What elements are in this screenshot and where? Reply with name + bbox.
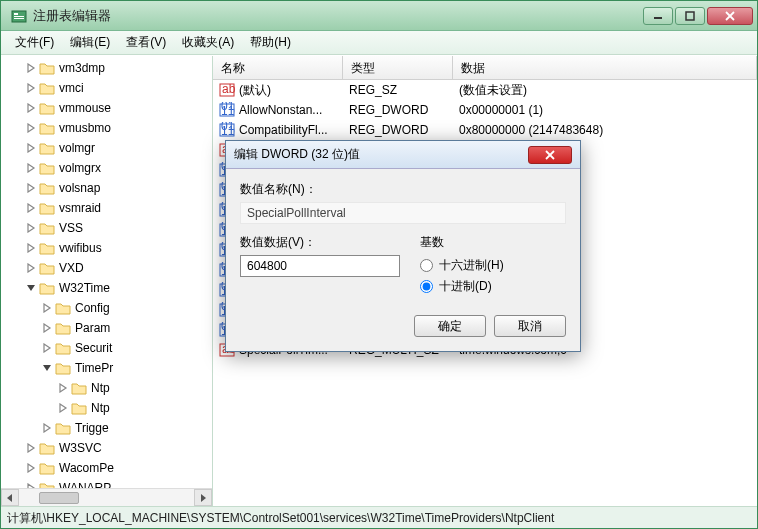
svg-marker-23 [43,365,51,371]
cell-data: 0x80000000 (2147483648) [453,121,757,139]
svg-rect-3 [14,18,24,19]
tree-item[interactable]: vmmouse [1,98,212,118]
titlebar[interactable]: 注册表编辑器 [1,1,757,31]
dialog-titlebar[interactable]: 编辑 DWORD (32 位)值 [226,141,580,169]
tree-item-label: Trigge [75,421,109,435]
menu-view[interactable]: 查看(V) [118,31,174,54]
col-type[interactable]: 类型 [343,56,453,79]
expander-icon[interactable] [25,142,37,154]
ok-button[interactable]: 确定 [414,315,486,337]
scroll-track[interactable] [19,489,194,506]
expander-icon[interactable] [57,382,69,394]
scroll-left-button[interactable] [1,489,19,506]
dialog-close-button[interactable] [528,146,572,164]
menu-help[interactable]: 帮助(H) [242,31,299,54]
col-data[interactable]: 数据 [453,56,757,79]
list-row[interactable]: 011110AllowNonstan...REG_DWORD0x00000001… [213,100,757,120]
expander-icon[interactable] [25,82,37,94]
radix-hex-radio[interactable] [420,259,433,272]
tree-item[interactable]: volmgrx [1,158,212,178]
expander-icon[interactable] [25,102,37,114]
radix-dec-option[interactable]: 十进制(D) [420,278,504,295]
menubar: 文件(F) 编辑(E) 查看(V) 收藏夹(A) 帮助(H) [1,31,757,55]
radix-dec-radio[interactable] [420,280,433,293]
svg-marker-25 [60,404,66,412]
tree-item[interactable]: volmgr [1,138,212,158]
svg-text:110: 110 [221,104,235,118]
tree-item[interactable]: vm3dmp [1,58,212,78]
tree-item[interactable]: Config [1,298,212,318]
registry-tree[interactable]: vm3dmpvmcivmmousevmusbmovolmgrvolmgrxvol… [1,56,212,488]
cell-name: ab(默认) [213,80,343,101]
menu-favorites[interactable]: 收藏夹(A) [174,31,242,54]
scroll-thumb[interactable] [39,492,79,504]
value-name-field: SpecialPollInterval [240,202,566,224]
tree-item[interactable]: WacomPe [1,458,212,478]
list-row[interactable]: 011110CompatibilityFl...REG_DWORD0x80000… [213,120,757,140]
expander-icon[interactable] [25,442,37,454]
tree-item[interactable]: W3SVC [1,438,212,458]
close-button[interactable] [707,7,753,25]
expander-icon[interactable] [25,282,37,294]
menu-file[interactable]: 文件(F) [7,31,62,54]
expander-icon[interactable] [41,322,53,334]
list-row[interactable]: ab(默认)REG_SZ(数值未设置) [213,80,757,100]
svg-marker-13 [28,164,34,172]
expander-icon[interactable] [25,122,37,134]
radix-hex-option[interactable]: 十六进制(H) [420,257,504,274]
tree-item[interactable]: WANARP [1,478,212,488]
tree-item-label: W32Time [59,281,110,295]
expander-icon[interactable] [25,162,37,174]
svg-rect-5 [686,12,694,20]
tree-item[interactable]: VXD [1,258,212,278]
expander-icon[interactable] [25,62,37,74]
window-title: 注册表编辑器 [33,7,643,25]
expander-icon[interactable] [41,302,53,314]
tree-item[interactable]: volsnap [1,178,212,198]
expander-icon[interactable] [25,202,37,214]
expander-icon[interactable] [41,422,53,434]
expander-icon[interactable] [25,482,37,488]
tree-item-label: Ntp [91,401,110,415]
tree-item[interactable]: W32Time [1,278,212,298]
col-name[interactable]: 名称 [213,56,343,79]
scroll-right-button[interactable] [194,489,212,506]
tree-item-label: vmusbmo [59,121,111,135]
minimize-button[interactable] [643,7,673,25]
tree-item[interactable]: Ntp [1,398,212,418]
tree-item-label: vwifibus [59,241,102,255]
menu-edit[interactable]: 编辑(E) [62,31,118,54]
tree-item[interactable]: vwifibus [1,238,212,258]
tree-hscrollbar[interactable] [1,488,212,506]
value-data-input[interactable] [240,255,400,277]
list-header[interactable]: 名称 类型 数据 [213,56,757,80]
expander-icon[interactable] [25,262,37,274]
svg-marker-24 [60,384,66,392]
tree-item[interactable]: VSS [1,218,212,238]
tree-item[interactable]: vsmraid [1,198,212,218]
expander-icon[interactable] [25,222,37,234]
expander-icon[interactable] [41,342,53,354]
tree-item-label: vsmraid [59,201,101,215]
tree-item[interactable]: vmci [1,78,212,98]
tree-item[interactable]: TimePr [1,358,212,378]
tree-item[interactable]: vmusbmo [1,118,212,138]
tree-item[interactable]: Ntp [1,378,212,398]
expander-icon[interactable] [25,242,37,254]
value-name-label: 数值名称(N)： [240,181,566,198]
expander-icon[interactable] [57,402,69,414]
maximize-button[interactable] [675,7,705,25]
tree-item[interactable]: Securit [1,338,212,358]
svg-marker-9 [28,84,34,92]
svg-marker-20 [44,304,50,312]
expander-icon[interactable] [25,462,37,474]
tree-item[interactable]: Param [1,318,212,338]
tree-item-label: Securit [75,341,112,355]
expander-icon[interactable] [41,362,53,374]
base-group-label: 基数 [420,234,504,251]
cancel-button[interactable]: 取消 [494,315,566,337]
svg-marker-8 [28,64,34,72]
tree-item[interactable]: Trigge [1,418,212,438]
expander-icon[interactable] [25,182,37,194]
svg-marker-29 [28,484,34,488]
